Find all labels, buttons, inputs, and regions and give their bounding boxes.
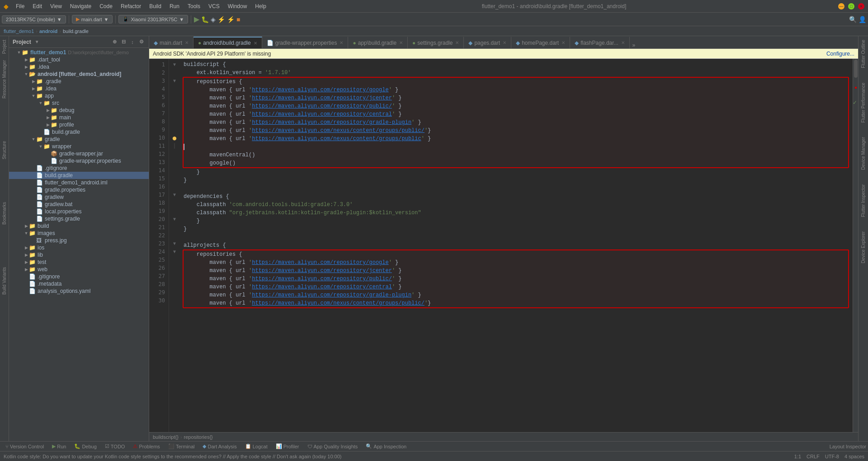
hot-reload-button[interactable]: ⚡ [227, 16, 235, 23]
expand-icon[interactable]: ▶ [45, 115, 51, 120]
tab-close[interactable]: ✕ [455, 40, 459, 45]
tree-wrapper-props[interactable]: 📄 gradle-wrapper.properties [9, 157, 149, 165]
encoding[interactable]: UTF-8 [825, 454, 839, 459]
tree-gradle-folder[interactable]: ▶ 📁 .gradle [9, 78, 149, 85]
tree-profile[interactable]: ▶ 📁 profile [9, 121, 149, 128]
bottom-tab-debug[interactable]: 🐛 Debug [71, 443, 100, 450]
menu-window[interactable]: Window [224, 2, 251, 10]
expand-icon[interactable]: ▶ [24, 253, 29, 257]
tab-gradle-wrapper[interactable]: 📄 gradle-wrapper.properties ✕ [262, 37, 349, 48]
menu-code[interactable]: Code [96, 2, 116, 10]
tree-root[interactable]: ▼ 📁 flutter_demo1 D:\workproject\flutter… [9, 49, 149, 56]
tree-gradle-props[interactable]: 📄 gradle.properties [9, 186, 149, 193]
tree-app[interactable]: ▼ 📁 app [9, 92, 149, 99]
tree-android[interactable]: ▼ 📂 android [flutter_demo1_android] [9, 71, 149, 78]
fold-17[interactable]: ▼ [169, 191, 180, 199]
bottom-tab-app-inspection[interactable]: 🔍 App Inspection [362, 443, 410, 450]
url-link-4[interactable]: https://maven.aliyun.com/repository/goog… [252, 87, 388, 93]
menu-navigate[interactable]: Navigate [66, 2, 95, 10]
stop-button[interactable]: ■ [236, 16, 240, 23]
tab-android-build-gradle[interactable]: ● android\build.gradle ✕ [193, 37, 262, 48]
tab-close[interactable]: ✕ [185, 40, 189, 45]
expand-icon[interactable]: ▼ [31, 137, 36, 141]
menu-view[interactable]: View [47, 2, 66, 10]
project-tab[interactable]: Project [2, 38, 7, 56]
vertical-scrollbar[interactable]: ✓ [853, 59, 858, 432]
tab-close[interactable]: ✕ [561, 40, 565, 45]
expand-icon[interactable]: ▶ [24, 224, 29, 228]
more-tabs-button[interactable]: » [630, 42, 638, 48]
url-link-8[interactable]: https://maven.aliyun.com/repository/grad… [252, 119, 411, 126]
tree-iml[interactable]: 📄 flutter_demo1_android.iml [9, 179, 149, 186]
url-link-6[interactable]: https://maven.aliyun.com/repository/publ… [252, 103, 392, 109]
build-variants-tab[interactable]: Build Variants [2, 265, 7, 296]
collapse-all-button[interactable]: ⊟ [120, 38, 127, 46]
expand-icon[interactable]: ▼ [16, 50, 22, 55]
expand-icon[interactable]: ▶ [45, 108, 51, 113]
tree-settings-gradle[interactable]: 📄 settings.gradle [9, 215, 149, 222]
expand-icon[interactable]: ▼ [24, 231, 29, 235]
tree-gradlew[interactable]: 📄 gradlew [9, 193, 149, 201]
bottom-tab-version-control[interactable]: ⑂ Version Control [2, 443, 47, 450]
url-link-5[interactable]: https://maven.aliyun.com/repository/jcen… [252, 95, 392, 101]
device2-selector[interactable]: 📱 Xiaomi 23013RK75C ▼ [118, 15, 188, 24]
scrollbar-thumb[interactable] [854, 60, 858, 78]
tree-root-gitignore[interactable]: 📄 .gitignore [9, 273, 149, 280]
url-link-29[interactable]: https://maven.aliyun.com/repository/grad… [252, 292, 411, 298]
tab-close[interactable]: ✕ [254, 41, 257, 46]
bottom-tab-app-quality[interactable]: 🛡 App Quality Insights [304, 443, 362, 450]
fold-20[interactable]: ▼ [169, 215, 180, 223]
maximize-button[interactable]: □ [848, 3, 854, 9]
close-button[interactable]: ✕ [858, 3, 864, 9]
indent[interactable]: 4 spaces [844, 454, 864, 459]
layout-inspector-button[interactable]: Layout Inspector [830, 444, 866, 449]
panel-dropdown-icon[interactable]: ▼ [35, 39, 39, 44]
bottom-tab-profiler[interactable]: 📊 Profiler [272, 443, 303, 450]
expand-icon[interactable]: ▶ [24, 65, 29, 69]
menu-file[interactable]: File [12, 2, 28, 10]
tree-src[interactable]: ▼ 📁 src [9, 99, 149, 107]
tree-idea2[interactable]: ▶ 📁 .idea [9, 85, 149, 92]
tab-homepage-dart[interactable]: ◆ homePage.dart ✕ [511, 37, 570, 48]
fold-23[interactable]: ▼ [169, 240, 180, 248]
url-link-30[interactable]: https://maven.aliyun.com/nexus/content/g… [252, 300, 425, 306]
url-link-10[interactable]: https://maven.aliyun.com/nexus/content/g… [252, 136, 421, 142]
url-link-28[interactable]: https://maven.aliyun.com/repository/cent… [252, 284, 392, 290]
user-icon[interactable]: 👤 [859, 16, 866, 23]
line-ending[interactable]: CRLF [807, 454, 820, 459]
device-explorer-tab[interactable]: Device Explorer [860, 230, 867, 265]
expand-icon[interactable]: ▶ [24, 245, 29, 250]
tree-build[interactable]: ▶ 📁 build [9, 222, 149, 230]
tree-gradle[interactable]: ▼ 📁 gradle [9, 136, 149, 143]
bottom-tab-terminal[interactable]: ⬛ Terminal [165, 443, 198, 450]
flutter-inspector-tab[interactable]: Flutter Inspector [860, 183, 867, 219]
tab-close[interactable]: ✕ [621, 40, 625, 45]
tree-wrapper[interactable]: ▼ 📁 wrapper [9, 143, 149, 150]
bottom-tab-todo[interactable]: ☑ TODO [101, 443, 129, 450]
tree-dart-tool[interactable]: ▶ 📁 .dart_tool [9, 56, 149, 63]
tab-app-build-gradle[interactable]: ● app\build.gradle ✕ [348, 37, 408, 48]
expand-icon[interactable]: ▶ [31, 79, 36, 84]
search-everywhere-button[interactable]: 🔍 [849, 16, 857, 23]
breadcrumb-android[interactable]: android [39, 28, 57, 34]
device-selector[interactable]: 23013RK75C (mobile) ▼ [2, 15, 66, 24]
menu-help[interactable]: Help [251, 2, 270, 10]
tree-local-props[interactable]: 📄 local.properties [9, 208, 149, 215]
window-controls[interactable]: — □ ✕ [838, 3, 864, 9]
configure-link[interactable]: Configure... [826, 51, 854, 57]
device-manager-tab[interactable]: Device Manager [860, 135, 867, 172]
tab-settings-gradle[interactable]: ● settings.gradle ✕ [408, 37, 464, 48]
tree-ios[interactable]: ▶ 📁 ios [9, 244, 149, 251]
run-config-selector[interactable]: ▶ main.dart ▼ [72, 15, 113, 24]
menu-refactor[interactable]: Refactor [117, 2, 145, 10]
expand-icon[interactable]: ▶ [31, 86, 36, 91]
code-breadcrumb-buildscript[interactable]: buildscript{} [153, 434, 179, 440]
profile-button[interactable]: ⚡ [217, 16, 225, 23]
run-button[interactable]: ▶ [194, 15, 199, 24]
minimize-button[interactable]: — [838, 3, 844, 9]
tree-idea[interactable]: ▶ 📁 .idea [9, 63, 149, 71]
url-link-7[interactable]: https://maven.aliyun.com/repository/cent… [252, 111, 392, 118]
flutter-performance-tab[interactable]: Flutter Performance [860, 81, 867, 124]
tree-main[interactable]: ▶ 📁 main [9, 114, 149, 121]
expand-icon[interactable]: ▶ [24, 260, 29, 264]
